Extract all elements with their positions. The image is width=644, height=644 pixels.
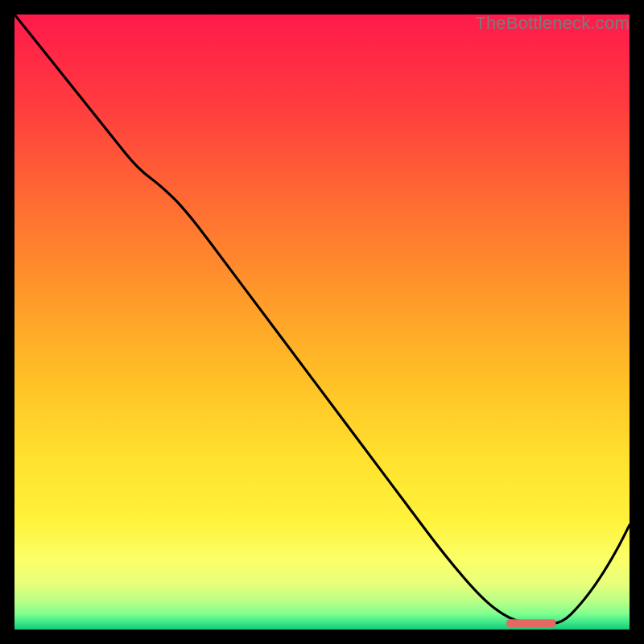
gradient-background [14,14,630,630]
optimal-range-marker [506,619,555,627]
chart-frame: TheBottleneck.com [14,14,630,630]
bottleneck-chart [14,14,630,630]
watermark-text: TheBottleneck.com [475,13,630,34]
